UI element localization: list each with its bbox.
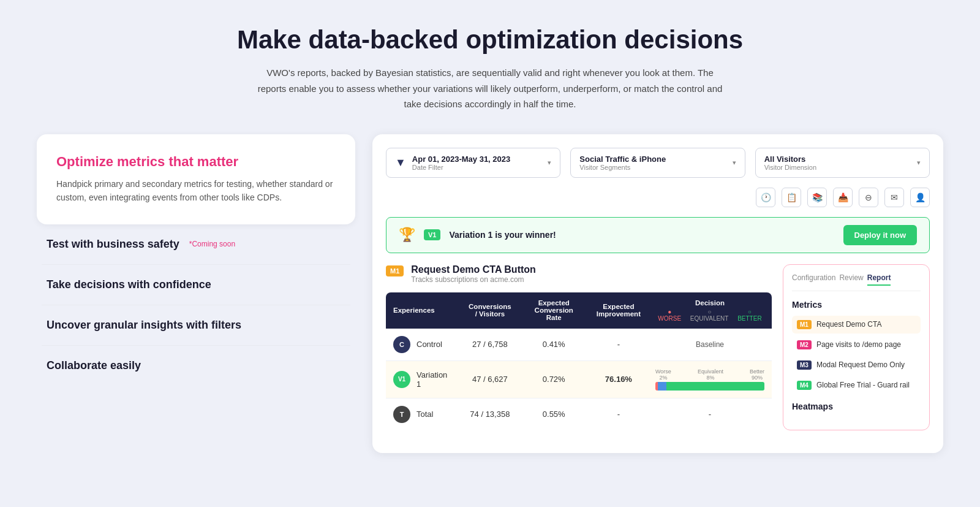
metric-badge-m1: M1 bbox=[386, 265, 404, 276]
segment-filter[interactable]: Social Traffic & iPhone Visitor Segments… bbox=[570, 148, 745, 178]
page-subtitle: VWO's reports, backed by Bayesian statis… bbox=[251, 65, 729, 112]
dimension-filter-label: Visitor Dimension bbox=[764, 164, 911, 171]
dimension-filter[interactable]: All Visitors Visitor Dimension ▾ bbox=[755, 148, 930, 178]
feature-item-1[interactable]: Take decisions with confidence bbox=[42, 265, 350, 305]
tab-configuration[interactable]: Configuration bbox=[792, 273, 835, 286]
v1-conv-rate: 0.72% bbox=[519, 360, 589, 398]
control-dot: C bbox=[393, 336, 410, 353]
control-conversions: 27 / 6,758 bbox=[461, 329, 519, 361]
bar-equiv-segment bbox=[658, 382, 666, 391]
sidebar-metric-m4[interactable]: M4 Global Free Trial - Guard rail bbox=[792, 376, 921, 394]
segment-filter-content: Social Traffic & iPhone Visitor Segments bbox=[579, 154, 726, 171]
stack-icon-btn[interactable]: 📚 bbox=[807, 188, 827, 207]
table-row: C Control 27 / 6,758 0.41% - Baseline bbox=[386, 329, 772, 361]
m4-badge: M4 bbox=[797, 381, 812, 390]
total-conversions: 74 / 13,358 bbox=[461, 398, 519, 430]
metric-header: M1 Request Demo CTA Button Tracks subscr… bbox=[386, 264, 772, 284]
m4-name: Global Free Trial - Guard rail bbox=[816, 381, 910, 389]
sidebar-tabs: Configuration Review Report bbox=[792, 273, 921, 291]
right-panel: ▼ Apr 01, 2023-May 31, 2023 Date Filter … bbox=[372, 134, 943, 453]
deploy-button[interactable]: Deploy it now bbox=[843, 225, 918, 245]
page-header: Make data-backed optimization decisions … bbox=[37, 25, 943, 112]
exp-cell-total: T Total bbox=[386, 398, 461, 430]
col-conversions: Conversions/ Visitors bbox=[461, 292, 519, 329]
trophy-icon: 🏆 bbox=[399, 227, 415, 243]
feature-card-title: Optimize metrics that matter bbox=[56, 154, 336, 170]
metrics-section-title: Metrics bbox=[792, 300, 921, 310]
dimension-filter-content: All Visitors Visitor Dimension bbox=[764, 154, 911, 171]
m1-name: Request Demo CTA bbox=[816, 320, 881, 329]
equivalent-label: ○ EQUIVALENT bbox=[688, 308, 731, 322]
report-body: M1 Request Demo CTA Button Tracks subscr… bbox=[386, 264, 930, 430]
col-conv-rate: ExpectedConversion Rate bbox=[519, 292, 589, 329]
v1-improvement: 76.16% bbox=[589, 360, 648, 398]
winner-banner: 🏆 V1 Variation 1 is your winner! Deploy … bbox=[386, 217, 930, 253]
tab-review[interactable]: Review bbox=[839, 273, 863, 286]
total-name: Total bbox=[417, 410, 433, 419]
feature-item-3[interactable]: Collaborate easily bbox=[42, 346, 350, 386]
dimension-filter-value: All Visitors bbox=[764, 154, 911, 164]
feature-item-label-2: Uncover granular insights with filters bbox=[47, 319, 241, 332]
clock-icon-btn[interactable]: 🕐 bbox=[756, 188, 775, 207]
bar-labels: Worse2% Equivalent8% Better90% bbox=[655, 368, 764, 381]
feature-list: Test with business safety *Coming soon T… bbox=[37, 224, 355, 386]
col-decision: Decision ● WORSE ○ EQUIVALENT ○ BETTER bbox=[648, 292, 772, 329]
main-content: Optimize metrics that matter Handpick pr… bbox=[37, 134, 943, 453]
sidebar-metric-m1[interactable]: M1 Request Demo CTA bbox=[792, 316, 921, 334]
sidebar-metric-m3[interactable]: M3 Modal Request Demo Only bbox=[792, 356, 921, 374]
metric-title: Request Demo CTA Button bbox=[411, 264, 536, 275]
date-filter-chevron-icon: ▾ bbox=[548, 159, 551, 167]
m1-badge: M1 bbox=[797, 320, 812, 329]
table-row: V1 Variation 1 47 / 6,627 0.72% 76.16% bbox=[386, 360, 772, 398]
filters-row: ▼ Apr 01, 2023-May 31, 2023 Date Filter … bbox=[386, 148, 930, 178]
segment-filter-chevron-icon: ▾ bbox=[733, 159, 736, 167]
bar-worse-label: Worse2% bbox=[655, 368, 671, 381]
sidebar-metric-m2[interactable]: M2 Page visits to /demo page bbox=[792, 336, 921, 354]
minus-icon-btn[interactable]: ⊖ bbox=[859, 188, 878, 207]
winner-v1-badge: V1 bbox=[424, 229, 440, 240]
control-conv-rate: 0.41% bbox=[519, 329, 589, 361]
user-icon-btn[interactable]: 👤 bbox=[910, 188, 930, 207]
date-filter-content: Apr 01, 2023-May 31, 2023 Date Filter bbox=[412, 154, 542, 171]
download-icon-btn[interactable]: 📥 bbox=[833, 188, 853, 207]
exp-cell-v1: V1 Variation 1 bbox=[386, 360, 461, 398]
date-filter-value: Apr 01, 2023-May 31, 2023 bbox=[412, 154, 542, 164]
bar-better-segment bbox=[666, 382, 764, 391]
segment-filter-value: Social Traffic & iPhone bbox=[579, 154, 726, 164]
feature-item-0[interactable]: Test with business safety *Coming soon bbox=[42, 224, 350, 265]
filter-funnel-icon: ▼ bbox=[395, 156, 406, 169]
control-decision: Baseline bbox=[648, 329, 772, 361]
feature-item-label-3: Collaborate easily bbox=[47, 359, 141, 372]
exp-cell-control: C Control bbox=[386, 329, 461, 361]
bar-equiv-label: Equivalent8% bbox=[698, 368, 723, 381]
bar-better-label: Better90% bbox=[750, 368, 764, 381]
left-panel: Optimize metrics that matter Handpick pr… bbox=[37, 134, 355, 386]
feature-card-desc: Handpick primary and secondary metrics f… bbox=[56, 177, 336, 205]
copy-icon-btn[interactable]: 📋 bbox=[782, 188, 801, 207]
m2-badge: M2 bbox=[797, 340, 812, 349]
control-improvement: - bbox=[589, 329, 648, 361]
v1-conversions: 47 / 6,627 bbox=[461, 360, 519, 398]
segment-filter-label: Visitor Segments bbox=[579, 164, 726, 171]
col-experiences: Experiences bbox=[386, 292, 461, 329]
total-conv-rate: 0.55% bbox=[519, 398, 589, 430]
m3-name: Modal Request Demo Only bbox=[816, 360, 905, 369]
total-improvement: - bbox=[589, 398, 648, 430]
icon-toolbar: 🕐 📋 📚 📥 ⊖ ✉ 👤 bbox=[386, 188, 930, 207]
date-filter[interactable]: ▼ Apr 01, 2023-May 31, 2023 Date Filter … bbox=[386, 148, 560, 178]
heatmaps-section-title: Heatmaps bbox=[792, 402, 921, 411]
control-name: Control bbox=[417, 340, 442, 349]
baseline-text: Baseline bbox=[696, 340, 724, 349]
feature-item-2[interactable]: Uncover granular insights with filters bbox=[42, 305, 350, 346]
feature-item-label-1: Take decisions with confidence bbox=[47, 278, 211, 291]
feature-card: Optimize metrics that matter Handpick pr… bbox=[37, 134, 355, 224]
v1-name: Variation 1 bbox=[417, 370, 454, 389]
decision-bar bbox=[655, 382, 764, 391]
v1-decision-bar-cell: Worse2% Equivalent8% Better90% bbox=[648, 360, 772, 398]
email-icon-btn[interactable]: ✉ bbox=[884, 188, 904, 207]
metric-subtitle: Tracks subscriptions on acme.com bbox=[411, 275, 536, 284]
metric-section: M1 Request Demo CTA Button Tracks subscr… bbox=[386, 264, 772, 430]
table-row: T Total 74 / 13,358 0.55% - - bbox=[386, 398, 772, 430]
tab-report[interactable]: Report bbox=[867, 273, 891, 286]
v1-dot: V1 bbox=[393, 371, 410, 388]
